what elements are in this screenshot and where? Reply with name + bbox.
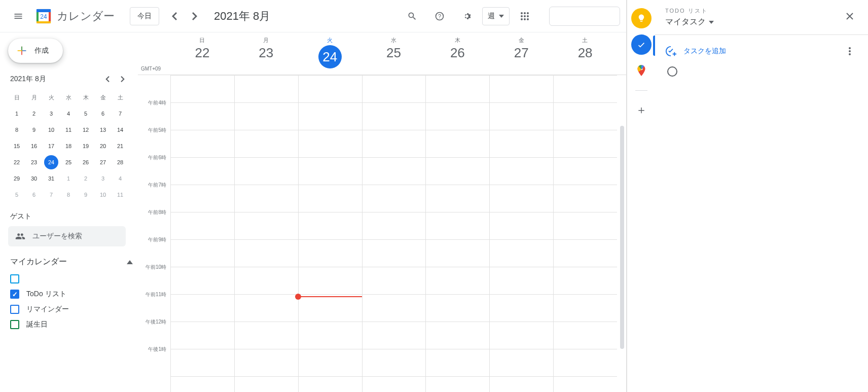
mini-date-cell[interactable]: 6: [27, 188, 41, 202]
tasks-icon: [637, 40, 646, 49]
maps-app-button[interactable]: [631, 61, 652, 81]
apps-button[interactable]: [513, 4, 537, 28]
now-indicator-dot: [295, 294, 301, 300]
time-axis: 午前4時午前5時午前6時午前7時午前8時午前9時午前10時午前11時午後12時午…: [138, 75, 170, 392]
mini-date-cell[interactable]: 26: [79, 155, 93, 169]
day-header[interactable]: 月23: [234, 32, 298, 75]
prev-week-button[interactable]: [164, 6, 185, 26]
mini-date-cell[interactable]: 14: [113, 123, 127, 137]
mini-date-cell[interactable]: 15: [10, 139, 24, 153]
day-header[interactable]: 日22: [170, 32, 234, 75]
mini-day-header: 水: [61, 90, 76, 104]
today-button[interactable]: 今日: [130, 7, 159, 25]
mini-date-cell[interactable]: 11: [113, 188, 127, 202]
day-column[interactable]: [362, 76, 426, 392]
keep-app-button[interactable]: [631, 8, 652, 28]
mini-date-cell[interactable]: 2: [27, 106, 41, 121]
mini-date-cell[interactable]: 17: [44, 139, 58, 153]
mini-date-cell[interactable]: 5: [79, 106, 93, 121]
mini-date-cell[interactable]: 1: [10, 106, 24, 121]
day-column[interactable]: [234, 76, 298, 392]
calendar-checkbox[interactable]: ✓: [10, 290, 19, 299]
add-addon-button[interactable]: ＋: [631, 100, 652, 120]
menu-button[interactable]: [6, 4, 30, 28]
task-menu-button[interactable]: [841, 42, 859, 60]
mini-date-cell[interactable]: 16: [27, 139, 41, 153]
mini-date-cell[interactable]: 6: [96, 106, 110, 121]
calendar-label: ToDo リスト: [26, 290, 66, 299]
vertical-scrollbar[interactable]: [620, 126, 624, 349]
mini-date-cell[interactable]: 23: [27, 155, 41, 169]
svg-point-18: [849, 47, 851, 49]
mini-date-cell[interactable]: 7: [113, 106, 127, 121]
mini-date-cell[interactable]: 8: [10, 123, 24, 137]
week-grid[interactable]: [170, 75, 617, 392]
mini-date-cell[interactable]: 11: [61, 123, 76, 137]
tasks-app-button[interactable]: [631, 34, 652, 55]
mini-date-cell[interactable]: 5: [10, 188, 24, 202]
close-panel-button[interactable]: [841, 7, 859, 25]
mini-date-cell[interactable]: 2: [79, 171, 93, 186]
my-calendars-toggle[interactable]: マイカレンダー: [10, 257, 133, 267]
help-button[interactable]: ?: [427, 4, 452, 28]
mini-date-cell[interactable]: 21: [113, 139, 127, 153]
mini-date-cell[interactable]: 29: [10, 171, 24, 186]
search-button[interactable]: [400, 4, 424, 28]
day-header[interactable]: 金27: [489, 32, 553, 75]
calendar-checkbox[interactable]: [10, 274, 19, 283]
mini-date-cell[interactable]: 24: [44, 155, 58, 169]
calendar-list-item[interactable]: ✓ToDo リスト: [8, 287, 135, 302]
mini-date-cell[interactable]: 9: [27, 123, 41, 137]
mini-date-cell[interactable]: 9: [79, 188, 93, 202]
mini-date-cell[interactable]: 7: [44, 188, 58, 202]
mini-next-month[interactable]: [116, 72, 130, 86]
mini-date-cell[interactable]: 25: [61, 155, 76, 169]
mini-date-cell[interactable]: 10: [96, 188, 110, 202]
mini-date-cell[interactable]: 28: [113, 155, 127, 169]
settings-button[interactable]: [455, 4, 479, 28]
mini-date-cell[interactable]: 31: [44, 171, 58, 186]
calendar-list-item[interactable]: [8, 271, 135, 287]
mini-date-cell[interactable]: 18: [61, 139, 76, 153]
mini-date-cell[interactable]: 10: [44, 123, 58, 137]
mini-date-cell[interactable]: 12: [79, 123, 93, 137]
mini-prev-month[interactable]: [100, 72, 115, 86]
add-task-button[interactable]: タスクを追加: [665, 46, 726, 57]
calendar-list-item[interactable]: 誕生日: [8, 317, 135, 332]
next-week-button[interactable]: [185, 6, 205, 26]
create-button[interactable]: 作成: [8, 39, 63, 63]
mini-day-header: 土: [113, 90, 127, 104]
mini-date-cell[interactable]: 3: [96, 171, 110, 186]
mini-date-cell[interactable]: 3: [44, 106, 58, 121]
calendar-list-item[interactable]: リマインダー: [8, 302, 135, 317]
mini-date-cell[interactable]: 27: [96, 155, 110, 169]
task-list-selector[interactable]: マイタスク: [665, 17, 714, 27]
day-short-label: 金: [489, 37, 553, 44]
mini-date-cell[interactable]: 13: [96, 123, 110, 137]
account-placeholder[interactable]: [549, 7, 620, 26]
day-header[interactable]: 水25: [362, 32, 426, 75]
day-header[interactable]: 火24: [298, 32, 362, 75]
mini-date-cell[interactable]: 19: [79, 139, 93, 153]
mini-date-cell[interactable]: 1: [61, 171, 76, 186]
mini-date-cell[interactable]: 22: [10, 155, 24, 169]
day-header[interactable]: 木26: [425, 32, 489, 75]
guest-search[interactable]: ユーザーを検索: [8, 226, 126, 246]
day-column[interactable]: [425, 76, 489, 392]
day-column[interactable]: [298, 76, 362, 392]
day-header[interactable]: 土28: [553, 32, 617, 75]
mini-date-cell[interactable]: 4: [61, 106, 76, 121]
day-column[interactable]: [170, 76, 234, 392]
day-column[interactable]: [489, 76, 553, 392]
task-checkbox[interactable]: [667, 66, 677, 77]
calendar-checkbox[interactable]: [10, 305, 19, 314]
empty-task-item[interactable]: [665, 60, 859, 83]
calendar-checkbox[interactable]: [10, 320, 19, 329]
side-panel-strip: ＋: [627, 0, 655, 392]
mini-date-cell[interactable]: 4: [113, 171, 127, 186]
day-column[interactable]: [553, 76, 617, 392]
mini-date-cell[interactable]: 8: [61, 188, 76, 202]
mini-date-cell[interactable]: 30: [27, 171, 41, 186]
view-selector[interactable]: 週: [482, 7, 510, 25]
mini-date-cell[interactable]: 20: [96, 139, 110, 153]
